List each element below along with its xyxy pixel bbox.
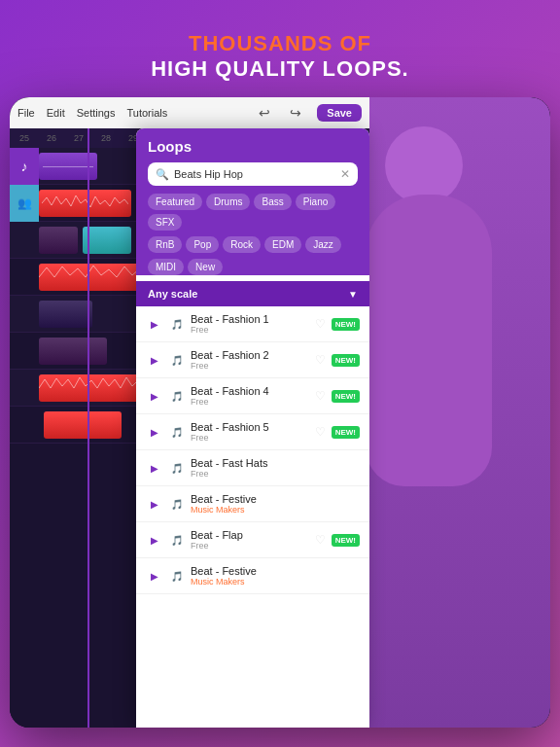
loop-info: Beat - Festive Music Makers — [191, 565, 360, 587]
loop-item[interactable]: ▶ 🎵 Beat - Fashion 4 Free ♡ NEW! — [136, 378, 369, 414]
loop-sub-maker: Music Makers — [191, 577, 360, 587]
loops-panel: Loops 🔍 Beats Hip Hop ✕ Featured Drums B… — [136, 128, 369, 728]
loop-info: Beat - Fast Hats Free — [191, 457, 360, 479]
filter-rnb[interactable]: RnB — [148, 236, 182, 253]
loops-panel-header: Loops 🔍 Beats Hip Hop ✕ Featured Drums B… — [136, 128, 369, 275]
chevron-down-icon: ▼ — [348, 289, 358, 300]
loop-info: Beat - Flap Free — [191, 529, 309, 551]
filter-drums[interactable]: Drums — [206, 194, 250, 210]
menu-settings[interactable]: Settings — [77, 107, 116, 119]
loop-item[interactable]: ▶ 🎵 Beat - Fashion 2 Free ♡ NEW! — [136, 342, 369, 378]
play-button[interactable]: ▶ — [146, 387, 163, 405]
play-button[interactable]: ▶ — [146, 315, 163, 333]
play-button[interactable]: ▶ — [146, 495, 163, 513]
search-text: Beats Hip Hop — [174, 168, 340, 180]
music-file-icon: 🎵 — [169, 316, 185, 332]
header-line2: HIGH QUALITY LOOPS. — [0, 56, 560, 82]
scale-label: Any scale — [148, 288, 348, 300]
heart-icon[interactable]: ♡ — [315, 533, 326, 547]
undo-button[interactable]: ↩ — [255, 103, 274, 123]
play-button[interactable]: ▶ — [146, 351, 163, 369]
loop-name: Beat - Festive — [191, 493, 360, 505]
loop-info: Beat - Festive Music Makers — [191, 493, 360, 515]
audio-block-7 — [39, 374, 146, 402]
filter-piano[interactable]: Piano — [296, 194, 336, 210]
loop-sub: Free — [191, 325, 309, 335]
menu-file[interactable]: File — [18, 107, 35, 119]
music-file-icon: 🎵 — [169, 352, 185, 368]
new-badge: NEW! — [332, 390, 360, 403]
audio-block-8 — [44, 411, 122, 439]
loop-item[interactable]: ▶ 🎵 Beat - Fast Hats Free — [136, 450, 369, 486]
save-button[interactable]: Save — [317, 104, 362, 122]
loop-item[interactable]: ▶ 🎵 Beat - Festive Music Makers — [136, 558, 369, 594]
ruler-mark: 27 — [74, 133, 84, 143]
menu-edit[interactable]: Edit — [47, 107, 65, 119]
loop-sub: Free — [191, 541, 309, 551]
heart-icon[interactable]: ♡ — [315, 353, 326, 367]
filter-pop[interactable]: Pop — [186, 236, 219, 253]
filter-row-2: RnB Pop Rock EDM Jazz — [148, 236, 358, 253]
music-file-icon: 🎵 — [169, 424, 185, 440]
audio-block-5 — [39, 301, 92, 328]
scale-selector[interactable]: Any scale ▼ — [136, 281, 369, 306]
new-badge: NEW! — [332, 354, 360, 367]
filter-edm[interactable]: EDM — [264, 236, 301, 253]
app-header: THOUSANDS OF HIGH QUALITY LOOPS. — [0, 31, 560, 82]
loop-name: Beat - Festive — [191, 565, 360, 577]
music-file-icon: 🎵 — [169, 460, 185, 476]
play-button[interactable]: ▶ — [146, 531, 163, 549]
music-note-icon: ♪ — [21, 159, 28, 174]
ruler-mark: 26 — [47, 133, 56, 143]
new-badge: NEW! — [332, 318, 360, 331]
loop-info: Beat - Fashion 1 Free — [191, 313, 309, 335]
filter-row-3: MIDI New — [148, 259, 358, 275]
loop-name: Beat - Flap — [191, 529, 309, 541]
loop-sub: Free — [191, 433, 309, 443]
new-badge: NEW! — [332, 426, 360, 439]
play-button[interactable]: ▶ — [146, 459, 163, 477]
background-figure — [356, 97, 550, 728]
loop-name: Beat - Fashion 5 — [191, 421, 309, 433]
ruler-mark: 25 — [19, 133, 29, 143]
loop-name: Beat - Fashion 4 — [191, 385, 309, 397]
filter-bass[interactable]: Bass — [254, 194, 291, 210]
redo-button[interactable]: ↪ — [286, 103, 305, 123]
loop-sub: Free — [191, 361, 309, 371]
loop-info: Beat - Fashion 4 Free — [191, 385, 309, 407]
loop-info: Beat - Fashion 2 Free — [191, 349, 309, 371]
music-file-icon: 🎵 — [169, 532, 185, 548]
header-line1: THOUSANDS OF — [0, 31, 560, 56]
ruler-mark: 28 — [101, 133, 111, 143]
waveform-container — [42, 194, 128, 213]
search-clear-button[interactable]: ✕ — [340, 167, 350, 181]
heart-icon[interactable]: ♡ — [315, 425, 326, 439]
loops-title: Loops — [148, 138, 358, 155]
waveform-svg — [42, 194, 128, 213]
loop-item[interactable]: ▶ 🎵 Beat - Fashion 1 Free ♡ NEW! — [136, 306, 369, 342]
loop-item[interactable]: ▶ 🎵 Beat - Festive Music Makers — [136, 486, 369, 522]
audio-block-teal — [83, 227, 131, 254]
heart-icon[interactable]: ♡ — [315, 389, 326, 403]
menu-tutorials[interactable]: Tutorials — [126, 107, 167, 119]
filter-midi[interactable]: MIDI — [148, 259, 184, 275]
filter-new[interactable]: New — [188, 259, 223, 275]
loop-name: Beat - Fashion 1 — [191, 313, 309, 325]
play-button[interactable]: ▶ — [146, 423, 163, 441]
waveform — [43, 166, 93, 167]
loop-item[interactable]: ▶ 🎵 Beat - Fashion 5 Free ♡ NEW! — [136, 414, 369, 450]
loop-sub-maker: Music Makers — [191, 505, 360, 515]
loop-item[interactable]: ▶ 🎵 Beat - Flap Free ♡ NEW! — [136, 522, 369, 558]
heart-icon[interactable]: ♡ — [315, 317, 326, 331]
filter-featured[interactable]: Featured — [148, 194, 202, 210]
track-icon-2: 👥 — [10, 185, 39, 222]
people-icon: 👥 — [18, 196, 32, 210]
music-file-icon: 🎵 — [169, 496, 185, 512]
filter-rock[interactable]: Rock — [223, 236, 261, 253]
filter-jazz[interactable]: Jazz — [305, 236, 341, 253]
search-bar[interactable]: 🔍 Beats Hip Hop ✕ — [148, 162, 358, 186]
filter-sfx[interactable]: SFX — [148, 214, 182, 231]
search-icon: 🔍 — [156, 168, 169, 181]
play-button[interactable]: ▶ — [146, 567, 163, 585]
loop-name: Beat - Fast Hats — [191, 457, 360, 469]
